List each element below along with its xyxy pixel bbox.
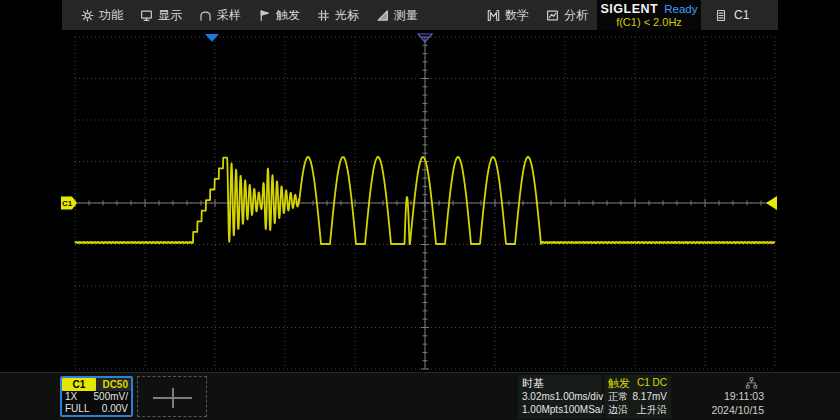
menu-item-trigger[interactable]: 触发 — [258, 7, 300, 24]
oscilloscope-ui: 功能 显示 采样 触发 光标 测量 — [0, 0, 840, 420]
menu-label: 功能 — [99, 7, 123, 24]
menu-item-utility[interactable]: 功能 — [81, 7, 123, 24]
plus-icon — [172, 388, 174, 408]
brand-logo: SIGLENT — [601, 2, 659, 16]
trigger-label: 触发 — [608, 376, 630, 390]
menu-item-display[interactable]: 显示 — [140, 7, 182, 24]
list-icon — [715, 9, 727, 22]
trigger-type: 边沿 — [608, 403, 628, 416]
acquire-icon — [199, 9, 212, 22]
timebase-panel[interactable]: 时基 3.02ms 1.00ms/div 1.00Mpts 100MSa/s — [518, 375, 602, 419]
channel-name-chip: C1 — [62, 378, 96, 391]
menu-label: 触发 — [276, 7, 300, 24]
menu-item-acquire[interactable]: 采样 — [199, 7, 241, 24]
menu-item-math[interactable]: 数学 — [487, 7, 529, 24]
waveform-display: C1 — [0, 30, 840, 372]
menu-label: 分析 — [564, 7, 588, 24]
timebase-memory: 1.00Mpts — [522, 403, 563, 416]
clock-time: 19:11:03 — [698, 389, 764, 403]
clock-date: 2024/10/15 — [698, 403, 764, 417]
scope-graticule-canvas: C1 — [0, 30, 840, 372]
timebase-sample-rate: 100MSa/s — [563, 403, 608, 416]
trigger-position-marker[interactable] — [205, 34, 219, 42]
channel-coupling: DC50 — [102, 379, 131, 390]
acquisition-status: Ready — [664, 2, 697, 16]
network-icon — [745, 377, 758, 389]
menu-items: 功能 显示 采样 触发 光标 测量 — [62, 7, 588, 24]
active-channel-indicator[interactable]: C1 — [715, 8, 749, 22]
add-channel-slot[interactable] — [137, 376, 207, 417]
channel-offset: 0.00V — [102, 403, 128, 415]
gear-icon — [81, 9, 94, 22]
trigger-level-marker[interactable] — [766, 196, 777, 210]
datetime-panel[interactable]: 19:11:03 2024/10/15 — [698, 375, 770, 419]
channel-bandwidth: FULL — [65, 403, 89, 415]
graticule — [75, 37, 775, 369]
frequency-counter: f(C1) < 2.0Hz — [616, 16, 682, 29]
menu-item-measure[interactable]: 测量 — [376, 7, 418, 24]
trigger-panel[interactable]: 触发 C1 DC 正常 8.17mV 边沿 上升沿 — [604, 375, 671, 419]
menu-label: 测量 — [394, 7, 418, 24]
status-bar: C1 DC50 1X 500mV/ FULL 0.00V 时基 3.02ms 1… — [0, 372, 840, 420]
status-block[interactable]: SIGLENT Ready f(C1) < 2.0Hz — [597, 0, 701, 30]
menu-label: 光标 — [335, 7, 359, 24]
timebase-delay: 3.02ms — [522, 390, 555, 403]
trigger-source: C1 DC — [637, 376, 667, 390]
cursors-icon — [317, 9, 330, 22]
menu-bar: 功能 显示 采样 触发 光标 测量 — [62, 0, 778, 30]
channel1-offset-marker[interactable]: C1 — [61, 197, 77, 210]
channel1-offset-label: C1 — [62, 199, 73, 208]
math-icon — [487, 9, 500, 22]
channel-descriptor-c1[interactable]: C1 DC50 1X 500mV/ FULL 0.00V — [60, 376, 133, 417]
analysis-icon — [546, 9, 559, 22]
trigger-level: 8.17mV — [633, 390, 667, 403]
trigger-flag-icon — [258, 9, 271, 22]
active-channel-label: C1 — [734, 8, 749, 22]
channel-probe: 1X — [65, 391, 77, 403]
channel-volts-div: 500mV/ — [94, 391, 128, 403]
timebase-scale: 1.00ms/div — [555, 390, 603, 403]
menu-item-cursors[interactable]: 光标 — [317, 7, 359, 24]
measure-icon — [376, 9, 389, 22]
menu-label: 显示 — [158, 7, 182, 24]
menu-label: 采样 — [217, 7, 241, 24]
menu-label: 数学 — [505, 7, 529, 24]
menu-item-analysis[interactable]: 分析 — [546, 7, 588, 24]
display-icon — [140, 9, 153, 22]
timebase-label: 时基 — [522, 376, 598, 390]
trigger-slope: 上升沿 — [637, 403, 667, 416]
trigger-mode: 正常 — [608, 390, 628, 403]
